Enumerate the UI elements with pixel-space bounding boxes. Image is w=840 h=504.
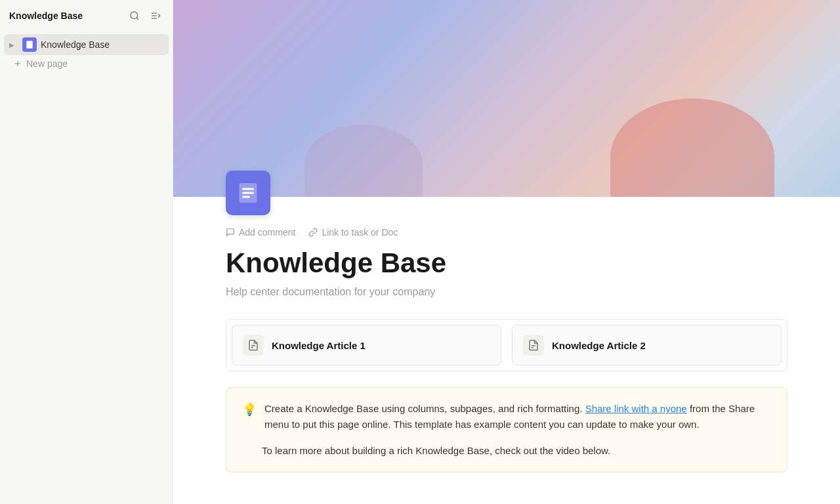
collapse-sidebar-button[interactable] xyxy=(148,8,163,24)
search-icon xyxy=(129,10,140,21)
page-content: Add comment Link to task or Doc Knowledg… xyxy=(173,215,840,504)
info-box-row-1: 💡 Create a Knowledge Base using columns,… xyxy=(242,401,771,432)
link-label: Link to task or Doc xyxy=(322,227,398,238)
chevron-right-icon: ▶ xyxy=(9,41,18,49)
article-card-icon-1 xyxy=(243,335,264,356)
add-comment-button[interactable]: Add comment xyxy=(226,226,295,239)
article-card-2[interactable]: Knowledge Article 2 xyxy=(512,325,782,366)
page-icon-container xyxy=(173,171,840,215)
article-card-icon-2 xyxy=(523,335,544,356)
info-text-2: To learn more about building a rich Know… xyxy=(242,443,771,459)
bulb-icon: 💡 xyxy=(242,402,257,417)
link-icon xyxy=(308,228,318,237)
article-card-title-2: Knowledge Article 2 xyxy=(552,340,646,351)
sidebar: Knowledge Base ▶ xyxy=(0,0,173,504)
hero-banner xyxy=(173,0,840,197)
article-card-1[interactable]: Knowledge Article 1 xyxy=(232,325,501,366)
info-text-prefix: Create a Knowledge Base using columns, s… xyxy=(264,403,582,414)
add-comment-label: Add comment xyxy=(239,227,295,238)
search-button[interactable] xyxy=(127,8,142,24)
info-box: 💡 Create a Knowledge Base using columns,… xyxy=(226,387,788,472)
plus-icon xyxy=(13,59,22,68)
page-title: Knowledge Base xyxy=(226,247,788,280)
info-text-1: Create a Knowledge Base using columns, s… xyxy=(264,401,771,432)
svg-line-1 xyxy=(136,18,138,20)
article-card-title-1: Knowledge Article 1 xyxy=(272,340,366,351)
share-link[interactable]: Share link with a nyone xyxy=(585,403,687,414)
sidebar-item-label: Knowledge Base xyxy=(41,39,110,50)
document-icon xyxy=(247,339,259,351)
page-subtitle: Help center documentation for your compa… xyxy=(226,286,788,298)
document-icon-2 xyxy=(528,339,539,351)
document-lines-icon xyxy=(236,181,260,205)
sidebar-nav: ▶ Knowledge Base New page xyxy=(0,32,173,75)
sidebar-header: Knowledge Base xyxy=(0,0,173,32)
link-button[interactable]: Link to task or Doc xyxy=(308,226,398,239)
action-bar: Add comment Link to task or Doc xyxy=(226,226,788,239)
main-content: Add comment Link to task or Doc Knowledg… xyxy=(173,0,840,504)
sidebar-actions xyxy=(127,8,163,24)
new-page-label: New page xyxy=(26,58,68,69)
svg-point-0 xyxy=(131,12,138,19)
page-icon xyxy=(226,171,270,215)
knowledge-base-icon xyxy=(22,37,37,52)
sidebar-item-knowledge-base[interactable]: ▶ Knowledge Base xyxy=(4,34,169,55)
comment-icon xyxy=(226,228,235,237)
new-page-button[interactable]: New page xyxy=(8,55,165,72)
book-icon xyxy=(25,40,34,49)
sidebar-title: Knowledge Base xyxy=(9,10,83,21)
articles-grid: Knowledge Article 1 Knowledge Article 2 xyxy=(226,319,788,371)
collapse-icon xyxy=(150,10,161,21)
